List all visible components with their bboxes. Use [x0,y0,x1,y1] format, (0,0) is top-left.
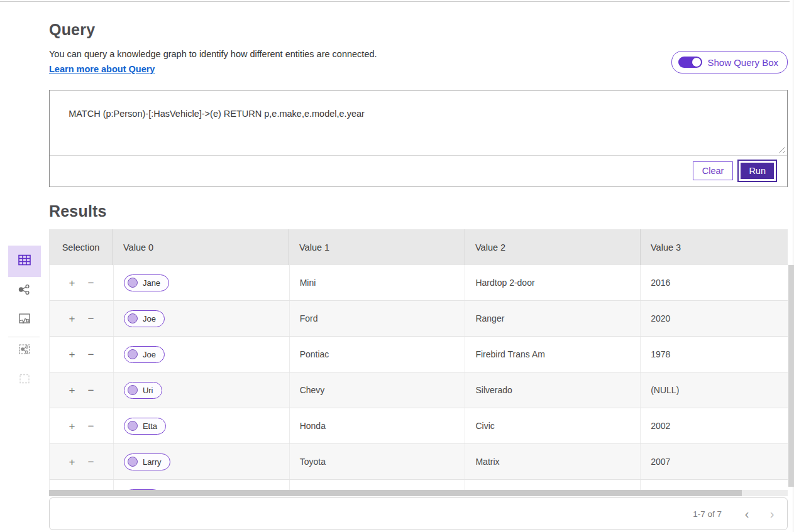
cell-value1: Honda [290,408,466,443]
table-header-row: Selection Value 0 Value 1 Value 2 Value … [49,229,788,265]
horizontal-scrollbar-thumb[interactable] [49,490,742,496]
entity-pill[interactable]: Joe [124,310,165,327]
link-chart-map-view-icon [17,342,32,359]
entity-node-icon [128,349,138,359]
entity-node-icon [128,278,138,288]
entity-label: Joe [143,350,156,359]
entity-label: Jane [143,278,160,288]
cell-value3: 2002 [641,408,788,443]
cell-value3 [641,480,788,491]
results-title: Results [49,202,107,220]
toggle-switch-icon[interactable] [678,57,702,68]
cell-value3: 2016 [641,265,788,300]
previous-page-button[interactable]: ‹ [734,507,759,521]
selection-tools-icon [17,371,32,389]
remove-from-selection-button[interactable]: − [85,384,96,397]
column-header-selection: Selection [49,229,113,265]
entity-label: Joe [143,314,156,323]
sidebar-item-table-view[interactable] [8,246,41,277]
cell-value3: 2007 [641,444,788,479]
query-text: MATCH (p:Person)-[:HasVehicle]->(e) RETU… [69,109,365,119]
table-row: + − Etta Honda Civic 2002 [50,408,788,444]
cell-value2 [465,480,641,491]
cell-value2: Matrix [465,444,641,479]
toggle-label: Show Query Box [707,57,778,68]
remove-from-selection-button[interactable]: − [85,420,96,433]
run-button[interactable]: Run [739,161,776,181]
add-to-selection-button[interactable]: + [67,348,77,361]
cell-value3: (NULL) [641,372,788,408]
entity-label: Etta [143,421,157,431]
entity-label: Uri [143,386,153,395]
table-view-icon [16,252,33,270]
entity-node-icon [128,313,138,323]
cell-value1: Ford [290,301,466,336]
add-to-selection-button[interactable]: + [67,384,77,397]
table-row: + − Jane Mini Hardtop 2-door 2016 [50,265,788,301]
vertical-scrollbar-thumb[interactable] [788,265,794,487]
entity-pill[interactable]: Uri [124,382,162,399]
remove-from-selection-button[interactable]: − [85,276,96,290]
sidebar-divider [8,337,40,337]
cell-value2: Hardtop 2-door [465,265,641,300]
toggle-knob [692,57,702,67]
results-table: Selection Value 0 Value 1 Value 2 Value … [49,229,788,491]
column-header-value3: Value 3 [641,229,788,265]
cell-value1 [290,480,466,491]
table-row-partial: + − [50,480,788,491]
entity-pill[interactable]: Etta [124,418,166,435]
cell-value1: Chevy [290,372,466,408]
table-row: + − Joe Ford Ranger 2020 [50,301,788,337]
table-row: + − Uri Chevy Silverado (NULL) [50,372,788,408]
pagination-bar: 1-7 of 7 ‹ › [49,497,788,530]
learn-more-link[interactable]: Learn more about Query [49,64,155,74]
cell-value2: Ranger [465,301,641,336]
remove-from-selection-button[interactable]: − [85,348,96,361]
cell-value3: 2020 [641,301,788,336]
add-to-selection-button[interactable]: + [67,312,77,325]
cell-value2: Firebird Trans Am [465,337,641,372]
cell-value1: Mini [290,265,466,300]
column-header-value1: Value 1 [289,229,465,265]
entity-pill[interactable]: Larry [124,453,170,470]
show-query-box-toggle[interactable]: Show Query Box [671,51,788,73]
column-header-value2: Value 2 [465,229,641,265]
query-textarea[interactable]: MATCH (p:Person)-[:HasVehicle]->(e) RETU… [50,90,787,156]
entity-node-icon [128,421,138,431]
entity-pill[interactable]: Jane [124,274,169,291]
clear-button[interactable]: Clear [693,161,734,180]
remove-from-selection-button[interactable]: − [85,312,96,325]
table-row: + − Joe Pontiac Firebird Trans Am 1978 [50,337,788,372]
cell-value3: 1978 [641,337,788,372]
link-chart-view-icon [17,282,32,300]
table-body: + − Jane Mini Hardtop 2-door 2016 + − [49,265,788,491]
cell-value2: Silverado [465,372,641,408]
add-to-selection-button[interactable]: + [67,420,77,433]
resize-grip-icon[interactable] [777,145,785,153]
cell-value2: Civic [465,408,641,443]
sidebar-item-link-chart-map-view[interactable] [8,341,41,360]
cell-value1: Toyota [290,444,466,479]
sidebar-item-map-view[interactable] [8,310,41,329]
entity-label: Larry [143,457,162,467]
sidebar-item-link-chart-view[interactable] [8,281,41,300]
entity-node-icon [128,457,138,467]
query-description: You can query a knowledge graph to ident… [49,49,377,59]
column-header-value0: Value 0 [113,229,289,265]
table-row: + − Larry Toyota Matrix 2007 [50,444,788,480]
entity-pill[interactable]: Joe [124,346,165,363]
query-actions-bar: Clear Run [50,156,787,186]
sidebar-item-selection-tools [8,371,41,389]
map-view-icon [17,311,32,328]
cell-value1: Pontiac [290,337,466,372]
next-page-button[interactable]: › [759,507,785,521]
query-box: MATCH (p:Person)-[:HasVehicle]->(e) RETU… [49,90,788,187]
page-title: Query [49,21,95,39]
pagination-range-label: 1-7 of 7 [693,509,722,519]
entity-node-icon [128,385,138,395]
top-divider [0,1,790,2]
add-to-selection-button[interactable]: + [67,455,77,469]
horizontal-scrollbar[interactable] [49,490,788,496]
remove-from-selection-button[interactable]: − [85,455,96,469]
add-to-selection-button[interactable]: + [67,276,77,290]
